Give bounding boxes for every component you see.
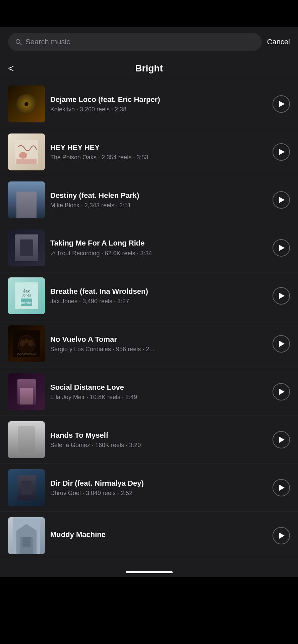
music-meta: Sergio y Los Cordiales · 956 reels · 2..… [50,346,267,353]
music-meta: Ella Joy Meir · 10.8K reels · 2:49 [50,394,267,401]
play-icon [279,101,285,107]
album-art: Jax Jones breathe [8,277,45,314]
music-title: Muddy Machine [50,530,267,539]
list-item[interactable]: Hands To Myself Selena Gomez · 160K reel… [0,416,298,464]
album-art [8,373,45,410]
play-button[interactable] [273,287,290,305]
music-title: Dir Dir (feat. Nirmalya Dey) [50,479,267,488]
svg-text:breathe: breathe [21,301,32,305]
play-icon [279,197,285,203]
music-meta: ↗ Trout Recording · 62.6K reels · 3:34 [50,250,267,257]
music-meta: The Poison Oaks · 2,354 reels · 3:53 [50,154,267,161]
music-meta: Dhruv Goel · 3,049 reels · 2:52 [50,490,267,497]
music-list: Dejame Loco (feat. Eric Harper) Kolektiv… [0,80,298,557]
music-info: Dejame Loco (feat. Eric Harper) Kolektiv… [50,95,267,113]
svg-point-12 [28,340,33,346]
music-title: Social Distance Love [50,383,267,392]
svg-text:Jax: Jax [23,289,30,293]
music-meta: Mike Block · 2,343 reels · 2:51 [50,202,267,209]
album-art [8,469,45,506]
home-indicator [126,571,173,573]
search-icon [15,38,22,46]
play-icon [279,245,285,251]
play-button[interactable] [273,479,290,496]
play-icon [279,341,285,347]
list-item[interactable]: Social Distance Love Ella Joy Meir · 10.… [0,368,298,416]
music-info: Taking Me For A Long Ride ↗ Trout Record… [50,239,267,257]
page-title: Bright [8,63,290,74]
play-icon [279,293,285,299]
music-info: Social Distance Love Ella Joy Meir · 10.… [50,383,267,401]
album-art [8,421,45,458]
play-icon [279,149,285,155]
search-bar-container: Search music Cancel [0,27,298,57]
list-item[interactable]: HEY HEY HEY The Poison Oaks · 2,354 reel… [0,128,298,176]
search-placeholder: Search music [25,38,70,46]
music-meta: Kolektivo · 3,260 reels · 2:38 [50,106,267,113]
svg-rect-17 [22,537,26,547]
play-button[interactable] [273,383,290,400]
play-icon [279,485,285,491]
svg-text:Jones: Jones [22,293,31,297]
list-item[interactable]: Destiny (feat. Helen Park) Mike Block · … [0,176,298,224]
play-button[interactable] [273,527,290,544]
album-art [8,517,45,554]
music-info: Dir Dir (feat. Nirmalya Dey) Dhruv Goel … [50,479,267,497]
music-info: HEY HEY HEY The Poison Oaks · 2,354 reel… [50,143,267,161]
music-meta: Selena Gomez · 160K reels · 3:20 [50,442,267,449]
svg-line-1 [19,43,21,45]
play-button[interactable] [273,143,290,161]
cancel-button[interactable]: Cancel [267,36,290,48]
album-art [8,133,45,170]
music-info: No Vuelvo A Tomar Sergio y Los Cordiales… [50,335,267,353]
bottom-area [0,557,298,577]
album-art [8,86,45,122]
music-meta: Jax Jones · 3,490 reels · 3:27 [50,298,267,305]
album-art: LOS CORDIALES [8,325,45,362]
svg-text:LOS CORDIALES: LOS CORDIALES [17,353,36,355]
play-icon [279,389,285,395]
music-title: Taking Me For A Long Ride [50,239,267,248]
svg-point-3 [19,152,27,159]
trending-icon: ↗ [50,250,55,257]
page-header: < Bright [0,57,298,80]
play-icon [279,437,285,443]
music-title: HEY HEY HEY [50,143,267,152]
music-title: Destiny (feat. Helen Park) [50,191,267,200]
list-item[interactable]: Dir Dir (feat. Nirmalya Dey) Dhruv Goel … [0,464,298,512]
music-title: Hands To Myself [50,431,267,440]
music-info: Muddy Machine [50,530,267,541]
svg-rect-18 [26,537,31,547]
play-button[interactable] [273,335,290,353]
play-button[interactable] [273,431,290,448]
back-button[interactable]: < [8,63,14,73]
play-icon [279,533,285,539]
search-input-wrapper[interactable]: Search music [8,33,262,51]
svg-point-13 [24,339,28,343]
music-info: Destiny (feat. Helen Park) Mike Block · … [50,191,267,209]
music-title: No Vuelvo A Tomar [50,335,267,344]
album-art [8,229,45,266]
play-button[interactable] [273,95,290,113]
svg-point-11 [20,340,25,346]
list-item[interactable]: LOS CORDIALES No Vuelvo A Tomar Sergio y… [0,320,298,368]
list-item[interactable]: Taking Me For A Long Ride ↗ Trout Record… [0,224,298,272]
list-item[interactable]: Jax Jones breathe Breathe (feat. Ina Wro… [0,272,298,320]
play-button[interactable] [273,239,290,257]
music-title: Breathe (feat. Ina Wroldsen) [50,287,267,296]
play-button[interactable] [273,191,290,209]
album-art [8,181,45,218]
music-info: Breathe (feat. Ina Wroldsen) Jax Jones ·… [50,287,267,305]
music-title: Dejame Loco (feat. Eric Harper) [50,95,267,104]
list-item[interactable]: Muddy Machine [0,512,298,557]
status-bar [0,0,298,27]
music-info: Hands To Myself Selena Gomez · 160K reel… [50,431,267,449]
list-item[interactable]: Dejame Loco (feat. Eric Harper) Kolektiv… [0,80,298,128]
